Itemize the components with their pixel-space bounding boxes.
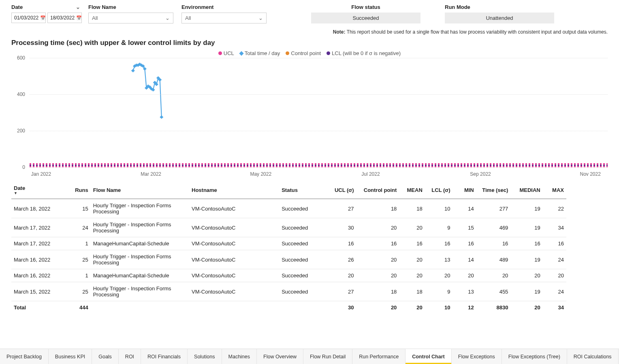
table-cell: 16	[399, 237, 425, 250]
table-cell: Succeeded	[279, 250, 326, 269]
table-cell: VM-ContosoAutoC	[189, 269, 279, 282]
table-row[interactable]: March 15, 202225Hourly Trigger - Inspect…	[11, 282, 566, 301]
grid-line	[30, 131, 608, 131]
report-tabs: Project BacklogBusiness KPIGoalsROIROI F…	[0, 349, 619, 364]
table-row[interactable]: March 17, 202224Hourly Trigger - Inspect…	[11, 218, 566, 237]
chevron-down-icon[interactable]: ⌄	[76, 4, 80, 10]
table-cell: 19	[510, 282, 542, 301]
table-cell: 19	[510, 250, 542, 269]
date-from-input[interactable]: 01/03/2022 📅	[11, 13, 46, 23]
table-cell: 277	[476, 199, 511, 218]
table-row[interactable]: March 17, 20221ManageHumanCapital-Schedu…	[11, 237, 566, 250]
chart-legend: UCL Total time / day Control point LCL (…	[0, 50, 619, 58]
table-total-cell	[91, 301, 189, 314]
run-mode-button[interactable]: Unattended	[445, 13, 554, 23]
table-cell: March 15, 2022	[11, 282, 67, 301]
table-cell: 30	[327, 218, 356, 237]
table-cell: VM-ContosoAutoC	[189, 218, 279, 237]
table-header-cell[interactable]: Runs	[67, 182, 91, 199]
table-header-cell[interactable]: Control point	[356, 182, 399, 199]
x-tick: Jul 2022	[361, 171, 380, 177]
table-header-cell[interactable]: MEDIAN	[510, 182, 542, 199]
table-cell: 469	[476, 218, 511, 237]
table-header-cell[interactable]: Hostname	[189, 182, 279, 199]
tab-run-performance[interactable]: Run Performance	[352, 349, 406, 364]
table-cell: March 17, 2022	[11, 237, 67, 250]
table-cell: Succeeded	[279, 237, 326, 250]
table-cell: 25	[67, 250, 91, 269]
grid-line	[30, 167, 608, 168]
table-cell: 1	[67, 269, 91, 282]
table-row[interactable]: March 16, 20221ManageHumanCapital-Schedu…	[11, 269, 566, 282]
filter-environment-label: Environment	[181, 4, 213, 10]
table-cell: VM-ContosoAutoC	[189, 250, 279, 269]
filter-date-label: Date	[11, 4, 23, 10]
flow-status-button[interactable]: Succeeded	[311, 13, 420, 23]
table-cell: 19	[510, 199, 542, 218]
table-cell: March 16, 2022	[11, 250, 67, 269]
table-cell: 24	[543, 250, 566, 269]
environment-select[interactable]: All ⌄	[181, 13, 267, 23]
table-header-cell[interactable]: LCL (σ)	[425, 182, 453, 199]
tab-solutions[interactable]: Solutions	[188, 349, 222, 364]
table-row[interactable]: March 18, 202215Hourly Trigger - Inspect…	[11, 199, 566, 218]
table-header-cell[interactable]: Status	[279, 182, 326, 199]
table-header-cell[interactable]: Time (sec)	[476, 182, 511, 199]
table-cell: 14	[453, 199, 476, 218]
table-total-cell: Total	[11, 301, 67, 314]
tab-machines[interactable]: Machines	[222, 349, 257, 364]
table-header-cell[interactable]: Date▼	[11, 182, 67, 199]
table-header-cell[interactable]: MIN	[453, 182, 476, 199]
tab-roi[interactable]: ROI	[119, 349, 141, 364]
table-cell: 19	[510, 218, 542, 237]
tab-flow-exceptions[interactable]: Flow Exceptions	[452, 349, 502, 364]
table-cell: 20	[543, 269, 566, 282]
table-cell: 20	[510, 269, 542, 282]
tab-flow-exceptions-tree-[interactable]: Flow Exceptions (Tree)	[502, 349, 567, 364]
tab-roi-financials[interactable]: ROI Financials	[141, 349, 188, 364]
x-tick: Mar 2022	[141, 171, 161, 177]
y-tick: 600	[17, 55, 25, 61]
table-header-cell[interactable]: UCL (σ)	[327, 182, 356, 199]
tab-project-backlog[interactable]: Project Backlog	[0, 349, 49, 364]
tab-flow-overview[interactable]: Flow Overview	[257, 349, 303, 364]
legend-total: Total time / day	[240, 50, 280, 56]
table-header-cell[interactable]: MEAN	[399, 182, 425, 199]
table-cell: 9	[425, 282, 453, 301]
table-cell: 455	[476, 282, 511, 301]
tab-business-kpi[interactable]: Business KPI	[49, 349, 92, 364]
plot-area	[30, 58, 608, 167]
date-to-input[interactable]: 18/03/2022 📅	[47, 13, 82, 23]
tab-goals[interactable]: Goals	[92, 349, 119, 364]
table-header-cell[interactable]: Flow Name	[91, 182, 189, 199]
data-table: Date▼RunsFlow NameHostnameStatusUCL (σ)C…	[11, 182, 566, 314]
flow-name-select[interactable]: All ⌄	[88, 13, 173, 23]
tab-flow-run-detail[interactable]: Flow Run Detail	[303, 349, 352, 364]
table-cell: 16	[543, 237, 566, 250]
table-cell: 26	[327, 250, 356, 269]
table-cell: 13	[453, 282, 476, 301]
table-cell: 20	[399, 269, 425, 282]
tab-roi-calculations[interactable]: ROI Calculations	[567, 349, 619, 364]
table-cell: 24	[543, 282, 566, 301]
table-cell: 20	[327, 269, 356, 282]
table-total-cell: 8830	[476, 301, 511, 314]
table-header-cell[interactable]: MAX	[543, 182, 566, 199]
table-cell: 18	[356, 199, 399, 218]
table-cell: Hourly Trigger - Inspection Forms Proces…	[91, 199, 189, 218]
table-cell: 20	[425, 269, 453, 282]
table-row[interactable]: March 16, 202225Hourly Trigger - Inspect…	[11, 250, 566, 269]
y-tick: 400	[17, 92, 25, 97]
table-total-cell: 12	[453, 301, 476, 314]
x-tick: Nov 2022	[580, 171, 601, 177]
tab-control-chart[interactable]: Control Chart	[406, 349, 452, 364]
table-cell: March 17, 2022	[11, 218, 67, 237]
table-cell: ManageHumanCapital-Schedule	[91, 269, 189, 282]
table-total-cell: 20	[356, 301, 399, 314]
table-cell: 16	[327, 237, 356, 250]
filter-flow-name: Flow Name All ⌄	[88, 4, 173, 23]
table-cell: 20	[356, 269, 399, 282]
x-tick: May 2022	[250, 171, 271, 177]
table-cell: 25	[67, 282, 91, 301]
table-cell: March 16, 2022	[11, 269, 67, 282]
